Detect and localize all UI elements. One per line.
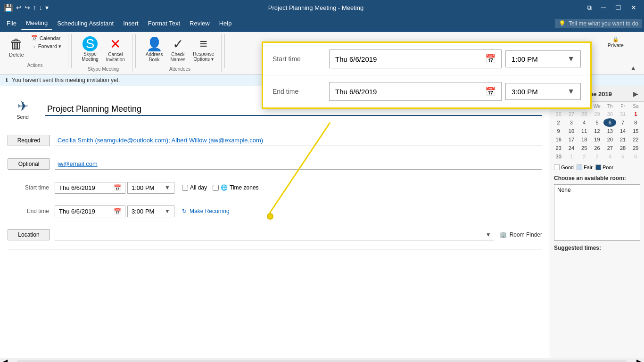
- cal-cell[interactable]: 12: [591, 127, 603, 135]
- cancel-invitation-button[interactable]: ✕ CancelInvitation: [103, 34, 128, 65]
- calendar-button[interactable]: 📅 Calendar: [28, 34, 64, 42]
- scroll-left-icon[interactable]: ◀: [0, 357, 9, 362]
- cal-cell[interactable]: 8: [629, 118, 642, 127]
- cal-cell[interactable]: 16: [552, 135, 565, 144]
- popup-end-time-picker[interactable]: 3:00 PM ▼: [505, 83, 581, 100]
- undo-icon[interactable]: ↩: [16, 4, 22, 11]
- scrollbar-track[interactable]: [17, 360, 627, 362]
- collapse-ribbon-button[interactable]: ▲: [630, 64, 636, 72]
- optional-attendees[interactable]: jw@email.com: [55, 158, 542, 170]
- menu-file[interactable]: File: [2, 17, 21, 30]
- cal-cell[interactable]: 6: [629, 152, 642, 161]
- body-area[interactable]: [8, 249, 542, 289]
- cal-cell-today[interactable]: 6: [603, 118, 616, 127]
- check-names-button[interactable]: ✓ CheckNames: [167, 34, 189, 65]
- popup-start-time-picker[interactable]: 1:00 PM ▼: [505, 50, 581, 67]
- address-book-button[interactable]: 👤 AddressBook: [142, 34, 166, 65]
- room-finder-button[interactable]: 🏢 Room Finder: [500, 231, 542, 238]
- cal-cell[interactable]: 4: [603, 152, 616, 161]
- popup-end-date-picker[interactable]: Thu 6/6/2019 📅: [329, 82, 502, 101]
- minimize-icon[interactable]: ─: [597, 3, 610, 13]
- all-day-input[interactable]: [182, 185, 188, 191]
- menu-review[interactable]: Review: [185, 17, 215, 30]
- scrollbar-bottom[interactable]: ◀ ▶: [0, 358, 644, 362]
- end-date-picker[interactable]: Thu 6/6/2019 📅: [55, 206, 125, 217]
- start-time-picker[interactable]: 1:00 PM ▼: [127, 182, 174, 194]
- cal-cell[interactable]: 24: [565, 144, 578, 152]
- cal-cell[interactable]: 2: [552, 118, 565, 127]
- end-time-picker[interactable]: 3:00 PM ▼: [127, 206, 174, 217]
- cal-cell[interactable]: 11: [578, 127, 591, 135]
- search-bar[interactable]: 💡 Tell me what you want to do: [555, 19, 642, 28]
- cal-cell[interactable]: 30: [603, 110, 616, 118]
- restore-icon[interactable]: ⧉: [583, 3, 595, 13]
- scroll-right-icon[interactable]: ▶: [635, 357, 644, 362]
- cal-cell[interactable]: 29: [629, 144, 642, 152]
- cal-cell[interactable]: 2: [578, 152, 591, 161]
- send-button[interactable]: ✈ Send: [8, 94, 38, 124]
- cal-cell[interactable]: 5: [616, 152, 629, 161]
- cal-cell[interactable]: 27: [565, 110, 578, 118]
- menu-meeting[interactable]: Meeting: [21, 16, 52, 30]
- cal-cell[interactable]: 18: [578, 135, 591, 144]
- cal-cell[interactable]: 20: [603, 135, 616, 144]
- cal-cell[interactable]: 30: [552, 152, 565, 161]
- body-input[interactable]: [8, 250, 542, 288]
- cal-cell[interactable]: 7: [616, 118, 629, 127]
- up-arrow-icon[interactable]: ↑: [33, 4, 36, 11]
- forward-button[interactable]: → Forward ▾: [28, 42, 64, 50]
- cal-cell[interactable]: 25: [578, 144, 591, 152]
- time-zones-input[interactable]: [213, 185, 219, 191]
- menu-help[interactable]: Help: [215, 17, 237, 30]
- more-icon[interactable]: ▾: [45, 4, 49, 11]
- location-select[interactable]: ▼: [55, 230, 494, 240]
- required-button[interactable]: Required: [8, 135, 50, 146]
- cal-cell[interactable]: 26: [552, 110, 565, 118]
- cal-cell[interactable]: 27: [603, 144, 616, 152]
- cal-cell[interactable]: 31: [616, 110, 629, 118]
- next-month-button[interactable]: ▶: [631, 89, 640, 99]
- cal-cell[interactable]: 26: [591, 144, 603, 152]
- cal-cell[interactable]: 28: [616, 144, 629, 152]
- popup-start-date-picker[interactable]: Thu 6/6/2019 📅: [329, 49, 502, 68]
- cal-cell[interactable]: 1: [629, 110, 642, 118]
- cal-cell[interactable]: 5: [591, 118, 603, 127]
- private-button[interactable]: 🔒 Private: [604, 34, 627, 50]
- skype-meeting-button[interactable]: S SkypeMeeting: [78, 34, 102, 64]
- cal-cell[interactable]: 10: [565, 127, 578, 135]
- cal-cell[interactable]: 15: [629, 127, 642, 135]
- cal-cell[interactable]: 17: [565, 135, 578, 144]
- cal-cell[interactable]: 29: [591, 110, 603, 118]
- menu-insert[interactable]: Insert: [118, 17, 143, 30]
- optional-button[interactable]: Optional: [8, 158, 50, 170]
- menu-scheduling[interactable]: Scheduling Assistant: [52, 17, 118, 30]
- room-option-none[interactable]: None: [557, 187, 637, 193]
- cal-cell[interactable]: 28: [578, 110, 591, 118]
- cal-cell[interactable]: 1: [565, 152, 578, 161]
- make-recurring-button[interactable]: ↻ Make Recurring: [182, 208, 230, 214]
- cal-cell[interactable]: 4: [578, 118, 591, 127]
- all-day-checkbox[interactable]: All day: [182, 184, 207, 191]
- close-icon[interactable]: ✕: [627, 3, 640, 13]
- cal-cell[interactable]: 3: [591, 152, 603, 161]
- location-button[interactable]: Location: [8, 229, 50, 240]
- cal-cell[interactable]: 19: [591, 135, 603, 144]
- cal-cell[interactable]: 21: [616, 135, 629, 144]
- start-date-picker[interactable]: Thu 6/6/2019 📅: [55, 182, 125, 194]
- cal-cell[interactable]: 9: [552, 127, 565, 135]
- response-options-button[interactable]: ≡ ResponseOptions ▾: [190, 34, 217, 64]
- room-dropdown[interactable]: None: [554, 184, 640, 241]
- delete-button[interactable]: 🗑 Delete: [6, 34, 27, 60]
- required-attendees[interactable]: Cecilia Smith (seamguide@outlook.com); A…: [55, 135, 542, 146]
- redo-icon[interactable]: ↪: [25, 4, 30, 11]
- cal-cell[interactable]: 22: [629, 135, 642, 144]
- cal-cell[interactable]: 13: [603, 127, 616, 135]
- cal-cell[interactable]: 3: [565, 118, 578, 127]
- maximize-icon[interactable]: ☐: [611, 3, 625, 13]
- menu-format-text[interactable]: Format Text: [143, 17, 185, 30]
- down-arrow-icon[interactable]: ↓: [39, 4, 42, 11]
- cal-cell[interactable]: 14: [616, 127, 629, 135]
- cal-cell[interactable]: 23: [552, 144, 565, 152]
- time-zones-checkbox[interactable]: 🌐 Time zones: [213, 184, 259, 191]
- save-icon[interactable]: 💾: [4, 3, 13, 12]
